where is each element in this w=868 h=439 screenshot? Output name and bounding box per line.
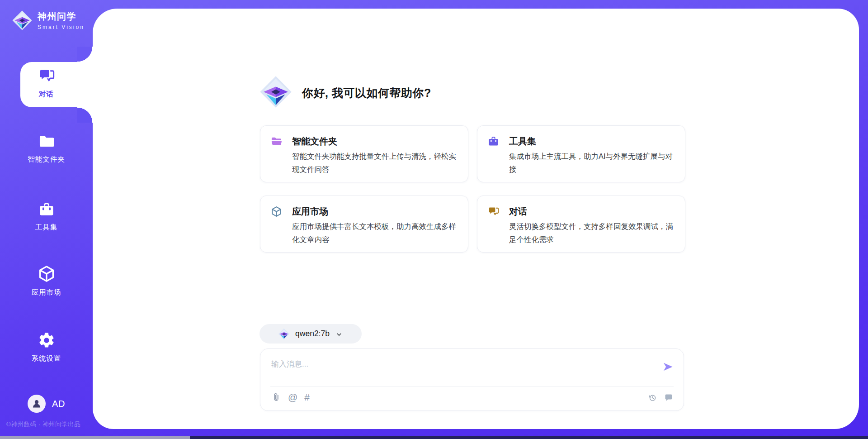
feature-card-app-market[interactable]: 应用市场 应用市场提供丰富长文本模板，助力高效生成多样化文章内容 bbox=[260, 196, 468, 253]
card-title: 工具集 bbox=[509, 135, 536, 148]
history-button[interactable] bbox=[648, 393, 657, 402]
folder-icon bbox=[270, 135, 283, 148]
horizontal-scrollbar-thumb[interactable] bbox=[0, 436, 190, 439]
card-title: 对话 bbox=[509, 205, 527, 218]
card-description: 应用市场提供丰富长文本模板，助力高效生成多样化文章内容 bbox=[292, 220, 461, 246]
user-account[interactable]: AD bbox=[0, 395, 93, 413]
card-title: 智能文件夹 bbox=[292, 135, 337, 148]
sidebar-item-label: 系统设置 bbox=[32, 354, 61, 363]
brand-logo: 神州问学 Smart Vision bbox=[12, 10, 85, 31]
send-button[interactable] bbox=[662, 361, 674, 373]
attach-button[interactable] bbox=[271, 392, 281, 402]
sidebar-item-label: 智能文件夹 bbox=[28, 155, 65, 164]
feature-card-chat[interactable]: 对话 灵活切换多模型文件，支持多样回复效果调试，满足个性化需求 bbox=[477, 196, 685, 253]
greeting-title: 你好, 我可以如何帮助你? bbox=[302, 86, 431, 100]
sidebar-item-label: 应用市场 bbox=[32, 288, 61, 297]
cube-icon bbox=[37, 264, 56, 283]
sidebar-item-toolset[interactable]: 工具集 bbox=[0, 201, 93, 232]
avatar bbox=[28, 395, 46, 413]
model-diamond-icon bbox=[278, 328, 290, 340]
attach-icon bbox=[271, 392, 281, 402]
send-icon bbox=[662, 361, 674, 373]
user-initials: AD bbox=[52, 399, 65, 409]
greeting-diamond-icon bbox=[259, 75, 292, 109]
chat-icon bbox=[487, 205, 500, 218]
sidebar-item-settings[interactable]: 系统设置 bbox=[0, 331, 93, 363]
person-icon bbox=[31, 398, 42, 409]
horizontal-scrollbar-track bbox=[0, 436, 868, 439]
sidebar-item-label: 对话 bbox=[39, 90, 54, 99]
copyright-text: ©神州数码 · 神州问学出品 bbox=[6, 420, 80, 429]
main-content-area: 你好, 我可以如何帮助你? 智能文件夹 智能文件夹功能支持批量文件上传与清洗，轻… bbox=[93, 9, 859, 429]
mention-button[interactable]: @ bbox=[288, 392, 297, 402]
chat-icon bbox=[38, 67, 56, 85]
sidebar-item-app-market[interactable]: 应用市场 bbox=[0, 264, 93, 297]
message-composer: @ # bbox=[260, 348, 684, 411]
sidebar-item-label: 工具集 bbox=[35, 223, 58, 232]
composer-divider bbox=[270, 386, 674, 387]
brand-diamond-icon bbox=[12, 10, 33, 31]
sidebar-item-smart-folder[interactable]: 智能文件夹 bbox=[0, 133, 93, 164]
toolbox-icon bbox=[38, 201, 55, 218]
feature-card-smart-folder[interactable]: 智能文件夹 智能文件夹功能支持批量文件上传与清洗，轻松实现文件问答 bbox=[260, 125, 468, 182]
card-title: 应用市场 bbox=[292, 205, 328, 218]
card-description: 智能文件夹功能支持批量文件上传与清洗，轻松实现文件问答 bbox=[292, 150, 461, 176]
chevron-down-icon bbox=[335, 330, 343, 339]
chat-log-button[interactable] bbox=[664, 393, 673, 402]
model-selector[interactable]: qwen2:7b bbox=[259, 324, 362, 344]
toolbox-icon bbox=[487, 135, 500, 148]
folder-icon bbox=[38, 133, 55, 150]
card-description: 集成市场上主流工具，助力AI与外界无缝扩展与对接 bbox=[509, 150, 678, 176]
history-icon bbox=[648, 393, 657, 402]
feature-cards-grid: 智能文件夹 智能文件夹功能支持批量文件上传与清洗，轻松实现文件问答 工具集 集成… bbox=[260, 125, 685, 253]
composer-tools-right bbox=[648, 393, 673, 402]
chat-bubble-icon bbox=[664, 393, 673, 402]
brand-tagline: Smart Vision bbox=[38, 24, 85, 30]
feature-card-toolset[interactable]: 工具集 集成市场上主流工具，助力AI与外界无缝扩展与对接 bbox=[477, 125, 685, 182]
active-tab-fillet-top bbox=[77, 47, 93, 62]
message-input[interactable] bbox=[271, 355, 642, 373]
model-name: qwen2:7b bbox=[295, 329, 330, 339]
sidebar-item-chat[interactable]: 对话 bbox=[0, 67, 93, 99]
composer-tools-left: @ # bbox=[271, 392, 310, 402]
brand-name: 神州问学 bbox=[38, 10, 85, 23]
hash-button[interactable]: # bbox=[304, 392, 310, 402]
cube-icon bbox=[270, 205, 283, 218]
gear-icon bbox=[38, 331, 56, 349]
card-description: 灵活切换多模型文件，支持多样回复效果调试，满足个性化需求 bbox=[509, 220, 678, 246]
active-tab-fillet-bottom bbox=[77, 107, 93, 123]
